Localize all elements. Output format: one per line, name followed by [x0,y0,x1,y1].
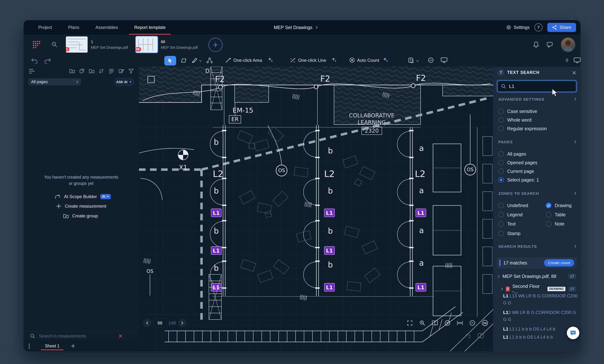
group-rows-icon[interactable] [109,68,114,73]
text-search-input[interactable]: L1 [497,81,576,92]
checkbox-icon[interactable] [498,203,504,208]
tab-report-template[interactable]: Report template [130,20,170,35]
pages-header[interactable]: PAGES [498,140,513,144]
checkbox-icon[interactable] [498,231,504,236]
checkbox-icon[interactable] [546,221,551,227]
settings-button[interactable]: Settings [506,25,530,30]
lasso-ai-icon[interactable] [465,333,471,339]
l1-match[interactable]: L1 [213,210,220,216]
ai-scope-builder-button[interactable]: AI Scope Builder AI [54,194,111,200]
chevron-right-icon[interactable] [574,140,576,144]
node-tool-icon[interactable] [206,57,213,64]
sheet-tab-1[interactable]: Sheet 1 [40,341,65,351]
chevron-right-icon[interactable] [574,97,576,101]
zone-legend[interactable]: Legend [498,212,522,218]
sort-icon[interactable] [99,68,104,73]
zone-stamp[interactable]: Stamp [498,231,520,236]
radio-current-page[interactable]: Current page [498,169,534,174]
kebab-menu-icon[interactable] [28,343,30,349]
radio-icon[interactable] [498,151,504,157]
checkbox-icon[interactable] [498,117,504,123]
close-icon[interactable] [572,71,576,75]
pages-book-icon[interactable] [431,319,439,327]
option-case-sensitive[interactable]: Case sensitive [498,109,537,114]
checkbox-checked-icon[interactable] [546,203,551,208]
fit-width-icon[interactable] [456,319,464,327]
move-to-folder-icon[interactable] [89,68,95,73]
checkbox-icon[interactable] [498,126,504,131]
l1-match[interactable]: L1 [326,285,333,291]
previous-page-button[interactable] [143,319,151,327]
add-folder-icon[interactable] [69,68,75,73]
display-mode-icon[interactable] [573,57,580,63]
chevron-right-icon[interactable] [574,191,576,195]
fit-screen-icon[interactable] [406,319,414,327]
radio-select-pages[interactable]: Select pages: 1 [498,177,539,183]
app-grid-icon[interactable] [32,40,40,49]
advanced-settings-header[interactable]: ADVANCED SETTINGS [498,97,544,101]
radio-icon[interactable] [498,160,504,165]
create-group-button[interactable]: Create group [63,213,98,218]
expand-chevron-icon[interactable] [501,287,503,291]
clear-search-icon[interactable] [118,334,123,339]
current-page-input[interactable]: 88 [154,319,166,328]
duplicate-icon[interactable] [79,68,85,73]
result-file-row[interactable]: MEP Set Drawings.pdf, 88 17 [497,274,576,279]
breadcrumb[interactable]: MEP Set Drawings [274,20,318,35]
auto-count-button[interactable]: Auto Count [357,58,379,63]
share-button[interactable]: Share [547,23,576,32]
chevron-right-icon[interactable] [574,244,576,248]
compare-view-icon[interactable] [478,333,484,339]
page-thumbnail-1[interactable]: 1 1 MEP Set Drawings.pdf [66,36,128,53]
list-menu-icon[interactable] [29,68,35,74]
drawing-canvas-area[interactable]: F2 F2 F2 EM-15 ER COLLABORATIVE LEARNING… [139,67,493,351]
notifications-bell-icon[interactable] [533,41,539,48]
zoom-area-icon[interactable] [418,319,427,327]
checkbox-icon[interactable] [498,221,504,227]
pen-tool-chevron-icon[interactable] [199,60,202,62]
tab-project[interactable]: Project [34,20,56,35]
help-button[interactable]: ? [534,23,542,31]
layers-icon[interactable] [408,57,415,64]
one-click-area-button[interactable]: One-click Area [233,58,262,63]
polygon-tool-icon[interactable] [180,57,187,64]
radio-all-pages[interactable]: All pages [498,151,526,157]
chat-message-icon[interactable] [547,42,553,48]
avatar[interactable] [561,37,575,52]
zones-header[interactable]: ZONES TO SEARCH [498,191,539,196]
redo-icon[interactable] [44,58,51,64]
expand-chevron-icon[interactable] [497,274,500,279]
next-page-button[interactable] [178,319,187,327]
subtract-circle-icon[interactable] [428,57,434,63]
pages-filter-dropdown[interactable]: All pages [28,78,81,85]
ask-ai-button[interactable]: ASK AI [115,78,134,86]
measurements-search-input[interactable] [39,333,109,339]
zone-drawing[interactable]: Drawing [546,203,572,208]
option-regular-expression[interactable]: Regular expression [498,126,547,131]
presentation-icon[interactable] [440,57,448,63]
l1-match[interactable]: L1 [326,248,333,254]
radio-icon[interactable] [498,177,504,183]
l1-match[interactable]: L1 [213,248,220,254]
zone-note[interactable]: Note [546,221,565,227]
one-click-line-button[interactable]: One-click Line [298,58,326,63]
filter-icon[interactable] [128,68,134,73]
select-tool-button[interactable] [164,56,176,65]
search-pages-icon[interactable] [51,41,58,48]
three-d-view-icon[interactable]: 3D [481,319,489,327]
l1-match[interactable]: L1 [326,210,333,216]
l1-match[interactable]: L1 [417,285,424,291]
radio-icon[interactable] [498,169,504,174]
checkbox-icon[interactable] [546,212,551,218]
page-thumbnail-88[interactable]: 88 88 MEP Set Drawings.pdf [136,36,198,53]
zone-undefined[interactable]: Undefined [498,203,528,208]
support-chat-button[interactable] [567,327,579,339]
checkbox-icon[interactable] [498,212,504,218]
radio-opened-pages[interactable]: Opened pages [498,160,537,165]
add-sheet-icon[interactable] [71,344,76,348]
layers-chevron-icon[interactable] [416,60,419,62]
tab-assemblies[interactable]: Assemblies [91,20,122,35]
option-whole-word[interactable]: Whole word [498,117,531,123]
create-count-button[interactable]: Create count [544,259,574,267]
pen-tool-icon[interactable] [191,57,198,64]
